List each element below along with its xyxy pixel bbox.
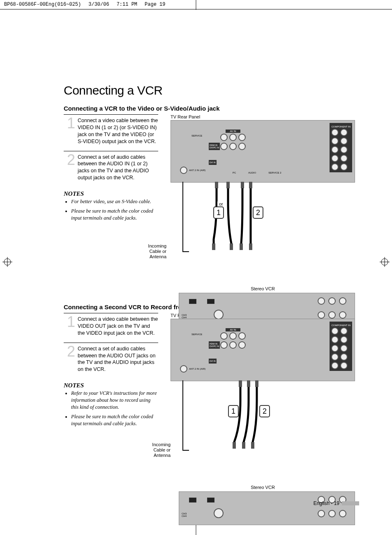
video-jack-icon bbox=[229, 134, 237, 141]
section1-heading: Connecting a VCR to the Video or S-Video… bbox=[64, 105, 355, 112]
section2-step2: 2 Connect a set of audio cables between … bbox=[64, 343, 158, 373]
vcr-jack-icon bbox=[318, 297, 325, 305]
section2-left: 1 Connect a video cable between the VIDE… bbox=[64, 313, 158, 490]
component-in-block: COMPONENT IN bbox=[330, 322, 352, 371]
header-time: 7:11 PM bbox=[117, 2, 137, 7]
cable-numbers: 1 2 bbox=[228, 405, 270, 417]
section1-step2: 2 Connect a set of audio cables between … bbox=[64, 151, 158, 182]
dvi-block: DVI IN bbox=[209, 359, 217, 364]
step-number: 2 bbox=[64, 154, 78, 166]
tv-rear-panel-graphic: SERVICE AV IN COMPONENT IN bbox=[171, 319, 355, 381]
svg-rect-8 bbox=[241, 182, 244, 188]
svg-rect-18 bbox=[242, 442, 245, 449]
tv-rear-panel-graphic: SERVICE AV IN bbox=[171, 120, 355, 183]
ant2-label: ANT 2 IN (AIR) bbox=[189, 169, 205, 171]
cable-number-2: 2 bbox=[259, 405, 270, 417]
vcr-jack-icon bbox=[318, 510, 325, 517]
component-in-block: COMPONENT IN bbox=[330, 123, 352, 172]
incoming-label: Incoming Cable or Antenna bbox=[146, 442, 171, 459]
incoming-label: Incoming Cable or Antenna bbox=[142, 243, 166, 260]
section1-left: 1 Connect a video cable between the VIDE… bbox=[64, 114, 158, 291]
section1-row: 1 Connect a video cable between the VIDE… bbox=[64, 114, 355, 291]
diagram-bottom-label: Stereo VCR bbox=[171, 286, 355, 291]
vcr-svideo-jack-icon bbox=[214, 310, 224, 320]
step-number: 2 bbox=[64, 345, 78, 358]
step-number: 1 bbox=[64, 117, 78, 130]
vcr-panel-graphic: CH3CH4 bbox=[179, 491, 355, 525]
diagram-top-label: TV Rear Panel bbox=[171, 114, 355, 119]
svg-rect-15 bbox=[247, 380, 250, 387]
section2-step1: 1 Connect a video cable between the VIDE… bbox=[64, 313, 158, 337]
note-item: Please be sure to match the color coded … bbox=[71, 413, 158, 427]
notes-heading: NOTES bbox=[64, 190, 158, 197]
step-text: Connect a video cable between the VIDEO … bbox=[78, 316, 158, 337]
av-in-label: AV IN bbox=[226, 130, 240, 133]
svg-rect-16 bbox=[255, 380, 258, 387]
page-content: Connecting a VCR Connecting a VCR to the… bbox=[0, 9, 392, 527]
svg-rect-10 bbox=[212, 243, 215, 250]
cable-number-2: 2 bbox=[253, 206, 263, 219]
vcr-jack-icon bbox=[339, 510, 346, 517]
header-file: BP68-00586F-00Eng(016~025) bbox=[4, 2, 81, 7]
ch-label: CH3CH4 bbox=[182, 314, 187, 319]
component-label: COMPONENT IN bbox=[331, 324, 350, 327]
av-in-block: AV IN bbox=[220, 130, 246, 150]
ant-jack-icon bbox=[180, 167, 187, 174]
dvi-block: DVI IN bbox=[209, 160, 217, 165]
vcr-jack-icon bbox=[318, 311, 325, 319]
ant-jack-icon bbox=[180, 365, 187, 373]
hdmi-block: HDMI INDVI/PC IN bbox=[209, 341, 220, 349]
footer-text: English - 19 bbox=[314, 500, 339, 506]
page-footer: English - 19 bbox=[314, 500, 359, 506]
vcr-jack-icon bbox=[328, 297, 336, 305]
svg-rect-12 bbox=[240, 243, 243, 250]
section2-notes: Refer to your VCR's instructions for mor… bbox=[64, 390, 158, 427]
page-title: Connecting a VCR bbox=[64, 83, 355, 97]
bottom-ports: PC AUDIO SERVICE 2 bbox=[233, 171, 281, 174]
step-text: Connect a set of audio cables between th… bbox=[78, 154, 158, 182]
av-in-label: AV IN bbox=[226, 328, 240, 331]
ant-in-icon bbox=[189, 498, 196, 503]
svideo-jack-icon bbox=[238, 143, 246, 150]
vcr-svideo-jack-icon bbox=[214, 508, 224, 518]
vcr-jack-icon bbox=[339, 311, 346, 319]
av-in-block: AV IN bbox=[220, 328, 246, 349]
note-item: For better video, use an S-Video cable. bbox=[71, 198, 158, 205]
section2-diagram: TV Rear Panel SERVICE AV IN COMPONE bbox=[171, 313, 355, 490]
cable-number-1: 1 bbox=[213, 206, 224, 219]
audio-label: AUDIO bbox=[248, 171, 256, 174]
section1-diagram: TV Rear Panel SERVICE AV IN bbox=[171, 114, 355, 291]
video-jack-icon bbox=[220, 134, 228, 141]
step-text: Connect a set of audio cables between th… bbox=[78, 345, 158, 373]
section1-notes: For better video, use an S-Video cable. … bbox=[64, 198, 158, 222]
footer-bar-icon bbox=[342, 501, 359, 505]
diagram-bottom-label: Stereo VCR bbox=[171, 485, 355, 490]
or-label: or bbox=[217, 201, 225, 206]
component-label: COMPONENT IN bbox=[331, 125, 350, 128]
ant-out-icon bbox=[207, 498, 214, 503]
ant2-label: ANT 2 IN (AIR) bbox=[189, 368, 205, 370]
svg-rect-9 bbox=[249, 182, 252, 188]
header-date: 3/30/06 bbox=[88, 2, 109, 7]
header-page: Page 19 bbox=[145, 2, 165, 7]
ant-in-icon bbox=[189, 299, 196, 304]
ant-in: ANT 2 IN (AIR) bbox=[180, 167, 205, 174]
svg-rect-11 bbox=[230, 243, 233, 250]
service-label: SERVICE bbox=[191, 333, 202, 336]
note-item: Refer to your VCR's instructions for mor… bbox=[71, 390, 158, 411]
svg-rect-14 bbox=[239, 380, 242, 387]
ch-label: CH3CH4 bbox=[182, 512, 187, 517]
note-item: Please be sure to match the color coded … bbox=[71, 208, 158, 222]
step-number: 1 bbox=[64, 316, 78, 328]
pc-label: PC bbox=[233, 171, 236, 174]
vcr-jack-icon bbox=[328, 311, 336, 319]
svg-rect-6 bbox=[215, 182, 218, 188]
service2-label: SERVICE 2 bbox=[268, 171, 281, 174]
ant-out-icon bbox=[207, 299, 214, 304]
svg-rect-19 bbox=[251, 442, 254, 449]
hdmi-block: HDMI INDVI/PC IN bbox=[209, 143, 220, 150]
notes-heading: NOTES bbox=[64, 382, 158, 389]
service-label: SERVICE bbox=[191, 134, 202, 137]
svg-rect-7 bbox=[226, 182, 230, 188]
vcr-jack-icon bbox=[328, 510, 336, 517]
